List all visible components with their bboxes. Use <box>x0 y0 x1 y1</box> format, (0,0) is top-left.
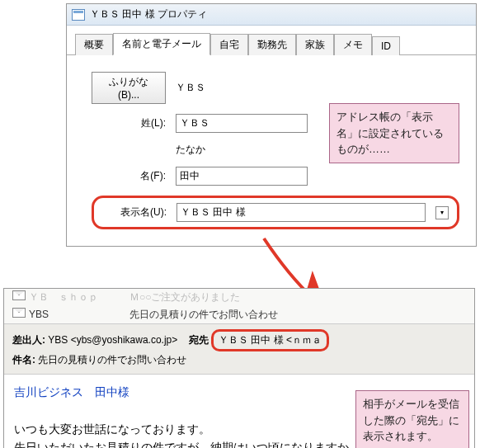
display-name-label: 表示名(U): <box>102 205 167 219</box>
tab-id[interactable]: ID <box>372 36 400 55</box>
tab-work[interactable]: 勤務先 <box>248 34 296 55</box>
message-row[interactable]: YBS 先日の見積りの件でお問い合わせ <box>4 306 474 323</box>
callout-display-name: アドレス帳の「表示名」に設定されているものが…… <box>329 103 459 163</box>
display-name-row: 表示名(U): ＹＢＳ 田中 様 ▾ <box>92 196 459 229</box>
to-value-highlight: ＹＢＳ 田中 様 <ｎｍａ <box>211 329 329 351</box>
from-label: 差出人: <box>12 334 45 346</box>
to-label: 宛先 <box>189 334 209 346</box>
tab-overview[interactable]: 概要 <box>75 34 113 55</box>
arrow-area <box>66 247 475 288</box>
window-title: ＹＢＳ 田中 様 プロパティ <box>90 7 207 21</box>
subject-value: 先日の見積りの件でお問い合わせ <box>38 354 186 365</box>
display-name-dropdown[interactable]: ▾ <box>435 206 449 219</box>
first-name-label: 名(F): <box>92 169 166 183</box>
tab-name-email[interactable]: 名前と電子メール <box>113 33 210 55</box>
titlebar: ＹＢＳ 田中 様 プロパティ <box>67 4 476 26</box>
tab-family[interactable]: 家族 <box>296 34 334 55</box>
last-name-label: 姓(L): <box>92 116 166 130</box>
envelope-icon <box>12 290 26 300</box>
mail-client: ＹＢ ｓｈｏｐ Ｍ○○ご注文がありました YBS 先日の見積りの件でお問い合わせ… <box>3 288 475 448</box>
furigana-button[interactable]: ふりがな(B)... <box>92 72 166 104</box>
msg-sender: ＹＢ ｓｈｏｐ <box>29 291 98 303</box>
message-list: ＹＢ ｓｈｏｐ Ｍ○○ご注文がありました YBS 先日の見積りの件でお問い合わせ <box>4 289 474 324</box>
envelope-icon <box>12 308 26 318</box>
tab-home[interactable]: 自宅 <box>210 34 248 55</box>
mail-header: 差出人: YBS <ybs@yoshikawa.co.jp> 宛先 ＹＢＳ 田中… <box>4 324 474 375</box>
window-icon <box>72 9 85 21</box>
callout-recipient: 相手がメールを受信した際の「宛先」に表示されます。 <box>355 390 469 448</box>
last-name-furigana: たなか <box>176 143 205 157</box>
last-name-input[interactable]: ＹＢＳ <box>176 114 308 133</box>
msg-sender: YBS <box>29 309 49 320</box>
first-name-input[interactable]: 田中 <box>176 167 308 186</box>
msg-subject: Ｍ○○ご注文がありました <box>129 290 241 304</box>
tab-strip: 概要 名前と電子メール 自宅 勤務先 家族 メモ ID <box>67 26 476 55</box>
from-value: YBS <ybs@yoshikawa.co.jp> <box>48 334 177 346</box>
display-name-input[interactable]: ＹＢＳ 田中 様 <box>176 203 426 222</box>
subject-label: 件名: <box>12 354 35 365</box>
furigana-value: ＹＢＳ <box>176 81 205 95</box>
properties-dialog: ＹＢＳ 田中 様 プロパティ 概要 名前と電子メール 自宅 勤務先 家族 メモ … <box>66 3 477 247</box>
tab-memo[interactable]: メモ <box>334 34 372 55</box>
message-row[interactable]: ＹＢ ｓｈｏｐ Ｍ○○ご注文がありました <box>4 289 474 306</box>
msg-subject: 先日の見積りの件でお問い合わせ <box>129 308 278 322</box>
